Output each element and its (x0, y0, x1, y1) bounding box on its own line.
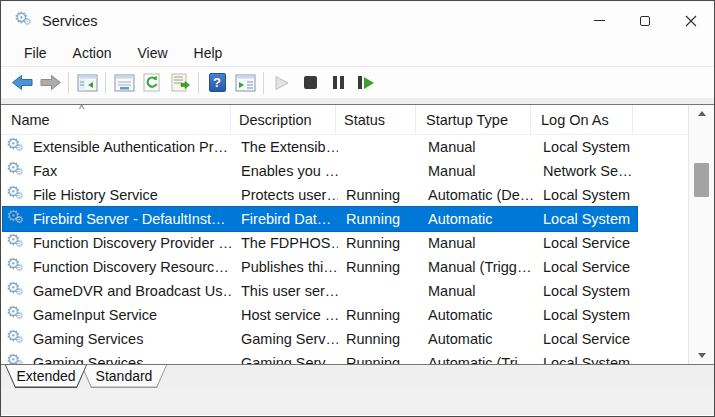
stop-service-button[interactable] (296, 70, 324, 96)
help-icon: ? (209, 73, 226, 92)
toolbar-separator (105, 72, 106, 94)
service-gear-icon: ⚙⚙ (7, 138, 26, 156)
help-button[interactable]: ? (203, 70, 231, 96)
services-window: ⚙⚙ Services File Action View Help (0, 0, 715, 417)
sort-ascending-icon: ^ (79, 105, 84, 115)
menu-view[interactable]: View (127, 42, 177, 64)
restart-service-button[interactable] (352, 70, 380, 96)
service-gear-icon: ⚙⚙ (7, 306, 26, 324)
show-action-pane-button[interactable] (231, 70, 259, 96)
table-row[interactable]: ⚙⚙Function Discovery Provider … The FDPH… (3, 231, 637, 255)
column-header-name[interactable]: Name (1, 105, 231, 135)
service-gear-icon: ⚙⚙ (7, 258, 26, 276)
table-row[interactable]: ⚙⚙GameDVR and Broadcast Us… This user se… (3, 279, 637, 303)
service-gear-icon: ⚙⚙ (7, 210, 26, 228)
close-icon (685, 15, 697, 27)
scroll-up-icon (698, 111, 706, 116)
minimize-button[interactable] (576, 1, 622, 40)
refresh-icon (142, 73, 162, 92)
forward-icon (39, 74, 62, 91)
column-header-startup-type[interactable]: Startup Type (416, 105, 531, 135)
window-title: Services (42, 13, 98, 29)
service-gear-icon: ⚙⚙ (7, 282, 26, 300)
stop-service-icon (304, 76, 317, 89)
pause-service-icon (333, 76, 344, 89)
show-console-tree-button[interactable] (73, 70, 101, 96)
table-row-selected[interactable]: ⚙⚙Firebird Server - DefaultInst… Firebir… (3, 207, 637, 231)
refresh-button[interactable] (138, 70, 166, 96)
scrollbar-thumb[interactable] (694, 163, 709, 197)
export-list-icon (170, 73, 190, 92)
services-gear-icon: ⚙⚙ (15, 12, 33, 30)
menubar: File Action View Help (1, 40, 714, 67)
table-row[interactable]: ⚙⚙File History Service Protects user… Ru… (3, 183, 637, 207)
toolbar-separator (198, 72, 199, 94)
start-service-icon (274, 75, 290, 91)
table-row[interactable]: ⚙⚙Function Discovery Resourc… Publishes … (3, 255, 637, 279)
column-header-log-on-as[interactable]: Log On As (531, 105, 633, 135)
forward-button[interactable] (36, 70, 64, 96)
titlebar: ⚙⚙ Services (1, 1, 714, 40)
scroll-up-button[interactable] (689, 105, 714, 122)
service-gear-icon: ⚙⚙ (7, 354, 26, 364)
service-rows: ⚙⚙Extensible Authentication Pr… The Exte… (1, 135, 688, 364)
table-row[interactable]: ⚙⚙Extensible Authentication Pr… The Exte… (3, 135, 637, 159)
service-gear-icon: ⚙⚙ (7, 186, 26, 204)
menu-file[interactable]: File (14, 42, 57, 64)
back-button[interactable] (8, 70, 36, 96)
column-header-description[interactable]: Description (231, 105, 336, 135)
view-tabbar: Extended Standard (1, 364, 714, 389)
start-service-button[interactable] (268, 70, 296, 96)
restart-service-icon (358, 76, 374, 89)
service-gear-icon: ⚙⚙ (7, 330, 26, 348)
pause-service-button[interactable] (324, 70, 352, 96)
tab-standard[interactable]: Standard (81, 365, 167, 388)
export-list-button[interactable] (166, 70, 194, 96)
table-row[interactable]: ⚙⚙Gaming Services Gaming Serv… Running A… (3, 327, 637, 351)
scroll-down-button[interactable] (689, 347, 714, 364)
menu-help[interactable]: Help (184, 42, 233, 64)
properties-icon (114, 74, 135, 92)
tab-extended[interactable]: Extended (5, 365, 87, 388)
maximize-button[interactable] (622, 1, 668, 40)
vertical-scrollbar[interactable] (688, 105, 714, 364)
show-console-tree-icon (77, 74, 98, 92)
list-header: ^ Name Description Status Startup Type L… (1, 105, 688, 135)
service-gear-icon: ⚙⚙ (7, 234, 26, 252)
show-action-pane-icon (235, 74, 256, 92)
table-row[interactable]: ⚙⚙Fax Enables you … Manual Network Se… (3, 159, 637, 183)
column-header-status[interactable]: Status (336, 105, 416, 135)
maximize-icon (640, 16, 650, 26)
scroll-down-icon (698, 353, 706, 358)
menu-action[interactable]: Action (63, 42, 122, 64)
minimize-icon (594, 20, 605, 21)
close-button[interactable] (668, 1, 714, 40)
service-gear-icon: ⚙⚙ (7, 162, 26, 180)
toolbar: ? (1, 67, 714, 98)
back-icon (11, 74, 34, 91)
services-list-panel: ^ Name Description Status Startup Type L… (1, 104, 714, 364)
properties-button[interactable] (110, 70, 138, 96)
toolbar-separator (263, 72, 264, 94)
table-row[interactable]: ⚙⚙Gaming Services Gaming Serv… Running A… (3, 351, 637, 364)
toolbar-separator (68, 72, 69, 94)
status-bar (1, 389, 714, 415)
table-row[interactable]: ⚙⚙GameInput Service Host service … Runni… (3, 303, 637, 327)
